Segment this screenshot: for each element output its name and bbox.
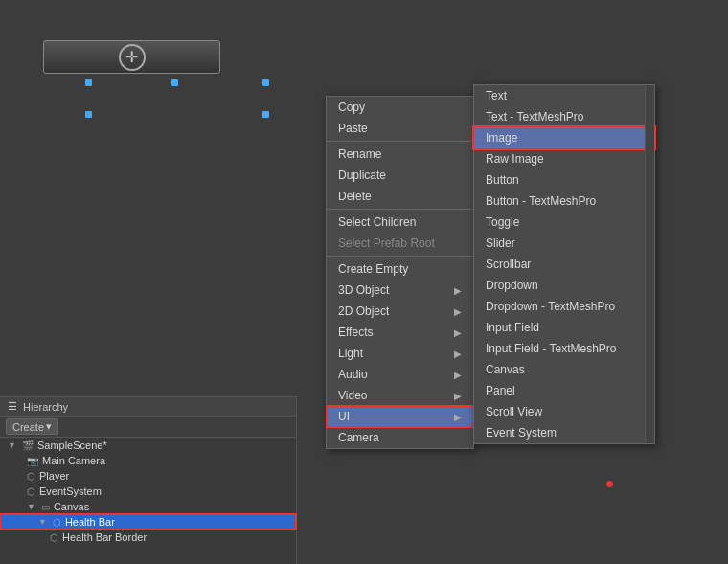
expand-arrow: ▼ bbox=[8, 440, 16, 450]
handle-bl bbox=[85, 111, 92, 118]
scene-object: ✛ bbox=[43, 40, 220, 74]
hierarchy-item-canvas[interactable]: ▼ ▭ Canvas bbox=[0, 499, 296, 514]
hierarchy-item-label: SampleScene* bbox=[37, 440, 107, 451]
context-menu-duplicate[interactable]: Duplicate bbox=[327, 165, 473, 186]
submenu-input-field[interactable]: Input Field bbox=[474, 317, 654, 338]
move-handle: ✛ bbox=[119, 44, 146, 71]
submenu-dropdown-textmeshpro[interactable]: Dropdown - TextMeshPro bbox=[474, 296, 654, 317]
hierarchy-item-label: EventSystem bbox=[39, 485, 102, 497]
context-menu-3d-object[interactable]: 3D Object ▶ bbox=[327, 280, 473, 301]
submenu-arrow: ▶ bbox=[454, 370, 462, 380]
hierarchy-item-health-bar[interactable]: ▼ ⬡ Health Bar bbox=[0, 514, 296, 530]
submenu-button[interactable]: Button bbox=[474, 169, 654, 191]
context-menu-delete[interactable]: Delete bbox=[327, 186, 473, 207]
hierarchy-item-player[interactable]: ⬡ Player bbox=[0, 468, 296, 484]
handle-br bbox=[262, 111, 269, 118]
hierarchy-item-label: Health Bar bbox=[65, 516, 115, 528]
context-menu-create-empty[interactable]: Create Empty bbox=[327, 259, 473, 280]
camera-icon: 📷 bbox=[27, 456, 38, 466]
scene-icon: 🎬 bbox=[22, 440, 34, 451]
submenu-toggle[interactable]: Toggle bbox=[474, 212, 654, 233]
handle-tm bbox=[171, 79, 178, 86]
expand-arrow: ▼ bbox=[38, 517, 47, 527]
submenu-arrow: ▶ bbox=[454, 349, 462, 359]
hierarchy-header: ☰ Hierarchy bbox=[0, 397, 296, 417]
canvas-icon: ▭ bbox=[41, 502, 50, 512]
submenu-event-system[interactable]: Event System bbox=[474, 422, 654, 443]
context-menu-rename[interactable]: Rename bbox=[327, 144, 473, 165]
context-menu-video[interactable]: Video ▶ bbox=[327, 385, 473, 406]
hierarchy-toolbar: Create ▾ bbox=[0, 417, 296, 438]
submenu-canvas[interactable]: Canvas bbox=[474, 359, 654, 380]
submenu-scroll-view[interactable]: Scroll View bbox=[474, 401, 654, 422]
submenu-arrow: ▶ bbox=[454, 412, 462, 422]
separator-3 bbox=[327, 256, 473, 257]
submenu-image[interactable]: Image bbox=[474, 127, 654, 148]
create-dropdown-arrow: ▾ bbox=[46, 420, 52, 433]
submenu-scrollbar[interactable] bbox=[645, 85, 654, 443]
hierarchy-icon: ☰ bbox=[8, 400, 17, 413]
submenu-raw-image[interactable]: Raw Image bbox=[474, 148, 654, 169]
hierarchy-item-label: Canvas bbox=[54, 501, 89, 512]
submenu-arrow: ▶ bbox=[454, 306, 462, 317]
separator-2 bbox=[327, 209, 473, 210]
context-menu-ui[interactable]: UI ▶ bbox=[327, 406, 473, 427]
submenu-panel[interactable]: Panel bbox=[474, 380, 654, 401]
context-menu-light[interactable]: Light ▶ bbox=[327, 343, 473, 364]
context-menu: Copy Paste Rename Duplicate Delete Selec… bbox=[326, 96, 474, 449]
context-menu-camera[interactable]: Camera bbox=[327, 427, 473, 448]
hierarchy-item-label: Player bbox=[39, 470, 69, 482]
handle-tr bbox=[262, 79, 269, 86]
handle-tl bbox=[85, 79, 92, 86]
context-menu-copy[interactable]: Copy bbox=[327, 97, 473, 118]
submenu-slider[interactable]: Slider bbox=[474, 233, 654, 254]
hierarchy-item-health-bar-border[interactable]: ⬡ Health Bar Border bbox=[0, 530, 296, 545]
submenu-scrollbar[interactable]: Scrollbar bbox=[474, 254, 654, 275]
context-menu-paste[interactable]: Paste bbox=[327, 118, 473, 139]
separator-1 bbox=[327, 141, 473, 142]
eventsystem-icon: ⬡ bbox=[27, 486, 35, 497]
submenu-text-textmeshpro[interactable]: Text - TextMeshPro bbox=[474, 106, 654, 127]
hierarchy-item-eventsystem[interactable]: ⬡ EventSystem bbox=[0, 484, 296, 499]
gameobject-icon: ⬡ bbox=[27, 471, 35, 482]
hierarchy-item-main-camera[interactable]: 📷 Main Camera bbox=[0, 453, 296, 468]
submenu-arrow: ▶ bbox=[454, 285, 462, 296]
hierarchy-item-label: Health Bar Border bbox=[62, 531, 147, 543]
prefab-icon: ⬡ bbox=[53, 517, 61, 528]
submenu-input-field-textmeshpro[interactable]: Input Field - TextMeshPro bbox=[474, 338, 654, 359]
submenu-dropdown[interactable]: Dropdown bbox=[474, 275, 654, 296]
hierarchy-title: Hierarchy bbox=[23, 401, 68, 413]
context-menu-select-prefab-root: Select Prefab Root bbox=[327, 233, 473, 254]
expand-arrow: ▼ bbox=[27, 502, 35, 511]
context-menu-select-children[interactable]: Select Children bbox=[327, 212, 473, 233]
hierarchy-item-label: Main Camera bbox=[42, 455, 105, 466]
submenu-button-textmeshpro[interactable]: Button - TextMeshPro bbox=[474, 191, 654, 212]
submenu-text[interactable]: Text bbox=[474, 85, 654, 106]
hierarchy-item-samplescene[interactable]: ▼ 🎬 SampleScene* bbox=[0, 438, 296, 453]
red-dot bbox=[606, 481, 613, 487]
context-menu-audio[interactable]: Audio ▶ bbox=[327, 364, 473, 385]
gameobject-icon: ⬡ bbox=[50, 532, 58, 543]
submenu-arrow: ▶ bbox=[454, 327, 462, 338]
submenu: Text Text - TextMeshPro Image Raw Image … bbox=[473, 84, 655, 444]
context-menu-effects[interactable]: Effects ▶ bbox=[327, 322, 473, 343]
create-button[interactable]: Create ▾ bbox=[6, 418, 58, 435]
submenu-arrow: ▶ bbox=[454, 391, 462, 401]
context-menu-2d-object[interactable]: 2D Object ▶ bbox=[327, 301, 473, 322]
hierarchy-panel: ☰ Hierarchy Create ▾ ▼ 🎬 SampleScene* 📷 … bbox=[0, 396, 297, 564]
